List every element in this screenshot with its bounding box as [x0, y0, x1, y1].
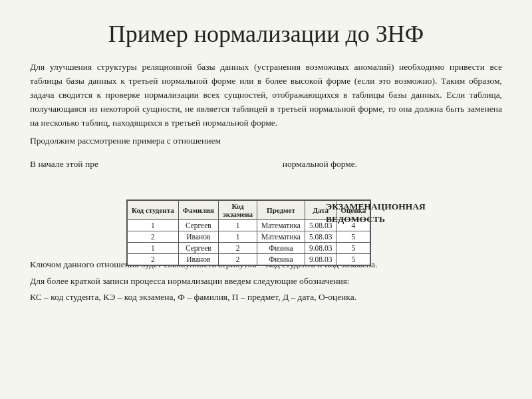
- table-cell: Физика: [257, 254, 305, 265]
- table-cell: 2: [218, 243, 257, 254]
- body-content: Для улучшения структуры реляционной базы…: [30, 61, 502, 171]
- table-cell: 1: [218, 231, 257, 243]
- table-cell: 1: [128, 220, 179, 231]
- table-cell: 2: [218, 254, 257, 265]
- col-header-subject: Предмет: [257, 201, 305, 220]
- paragraph3-start: В начале этой пре: [30, 159, 98, 169]
- table-cell: Иванов: [178, 254, 218, 265]
- table-cell: Сергеев: [178, 220, 218, 231]
- table-cell: 9.08.03: [305, 243, 336, 254]
- col-header-exam: Кодэкзамена: [218, 201, 257, 220]
- col-header-student: Код студента: [128, 201, 179, 220]
- slide-title: Пример нормализации до ЗНФ: [30, 20, 502, 49]
- bottom-text-2: Для более краткой записи процесса нормал…: [30, 275, 502, 289]
- bottom-text-3: КС – код студента, КЭ – код экзамена, Ф …: [30, 291, 502, 305]
- table-cell: 1: [218, 220, 257, 231]
- table-cell: 2: [128, 254, 179, 265]
- table-cell: 1: [128, 243, 179, 254]
- table-cell: Математика: [257, 231, 305, 243]
- ekzamen-label: ЭКЗАМЕНАЦИОННАЯ ВЕДОМОСТЬ: [326, 201, 426, 226]
- table-cell: Математика: [257, 220, 305, 231]
- paragraph3: В начале этой пре нормальной форме.: [30, 158, 502, 172]
- col-header-surname: Фамилия: [178, 201, 218, 220]
- paragraph2-text: Продолжим рассмотрение примера с отношен…: [30, 136, 221, 146]
- table-row: 2Иванов1Математика5.08.035: [128, 231, 370, 243]
- table-cell: Сергеев: [178, 243, 218, 254]
- table-cell: 5: [336, 254, 370, 265]
- table-row: 1Сергеев2Физика9.08.035: [128, 243, 370, 254]
- intro-paragraph: Для улучшения структуры реляционной базы…: [30, 61, 502, 130]
- table-cell: 5: [336, 231, 370, 243]
- table-row: 2Иванов2Физика9.08.035: [128, 254, 370, 265]
- table-cell: 2: [128, 231, 179, 243]
- paragraph3-end: нормальной форме.: [283, 159, 358, 169]
- slide: Пример нормализации до ЗНФ Для улучшения…: [0, 0, 532, 399]
- table-cell: Физика: [257, 243, 305, 254]
- table-cell: 9.08.03: [305, 254, 336, 265]
- table-cell: Иванов: [178, 231, 218, 243]
- table-cell: 5: [336, 243, 370, 254]
- paragraph2: Продолжим рассмотрение примера с отношен…: [30, 134, 502, 148]
- table-cell: 5.08.03: [305, 231, 336, 243]
